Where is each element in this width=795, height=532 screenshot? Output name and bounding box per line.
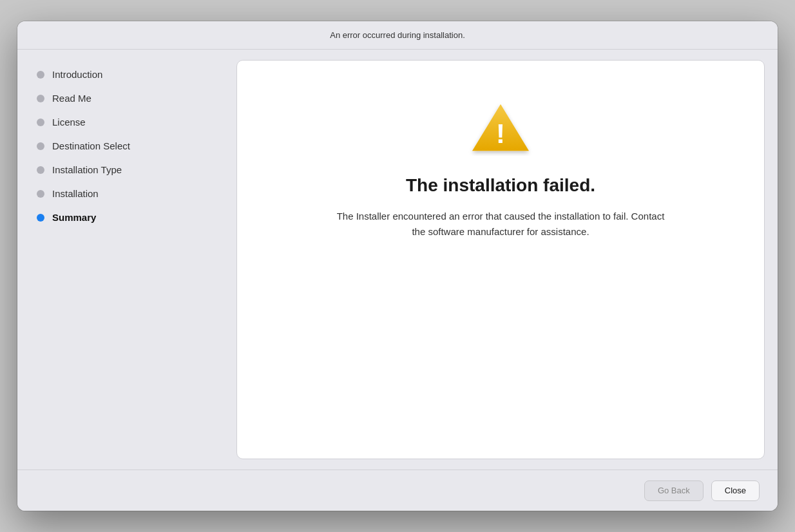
content-panel: ! The installation failed. The Installer… [236, 60, 765, 459]
header-title: An error occurred during installation. [330, 30, 465, 40]
installer-window: An error occurred during installation. I… [17, 21, 778, 511]
sidebar-item-installation-type: Installation Type [17, 158, 236, 182]
sidebar-item-introduction: Introduction [17, 62, 236, 86]
sidebar-item-summary: Summary [17, 205, 236, 229]
sidebar-item-read-me: Read Me [17, 86, 236, 110]
sidebar-dot-summary [37, 214, 44, 222]
warning-triangle-icon: ! [468, 99, 533, 156]
sidebar-dot-destination-select [37, 142, 44, 150]
sidebar: IntroductionRead MeLicenseDestination Se… [17, 50, 236, 470]
sidebar-label-read-me: Read Me [52, 93, 91, 104]
window-footer: Go Back Close [17, 470, 778, 511]
sidebar-dot-introduction [37, 71, 44, 79]
sidebar-dot-installation-type [37, 166, 44, 174]
svg-text:!: ! [496, 118, 505, 149]
main-content: ! The installation failed. The Installer… [236, 50, 778, 470]
sidebar-label-destination-select: Destination Select [52, 140, 130, 151]
window-header: An error occurred during installation. [17, 21, 778, 50]
sidebar-label-installation: Installation [52, 188, 99, 199]
go-back-button[interactable]: Go Back [644, 480, 704, 501]
sidebar-dot-installation [37, 190, 44, 198]
sidebar-dot-license [37, 119, 44, 126]
sidebar-label-installation-type: Installation Type [52, 164, 122, 175]
sidebar-item-license: License [17, 110, 236, 134]
sidebar-item-installation: Installation [17, 182, 236, 205]
error-description: The Installer encountered an error that … [333, 209, 668, 240]
sidebar-label-summary: Summary [52, 212, 96, 223]
close-button[interactable]: Close [711, 480, 760, 501]
sidebar-dot-read-me [37, 95, 44, 102]
sidebar-label-introduction: Introduction [52, 69, 102, 80]
sidebar-item-destination-select: Destination Select [17, 134, 236, 158]
error-title: The installation failed. [406, 175, 595, 196]
window-body: IntroductionRead MeLicenseDestination Se… [17, 50, 778, 470]
sidebar-label-license: License [52, 117, 86, 128]
